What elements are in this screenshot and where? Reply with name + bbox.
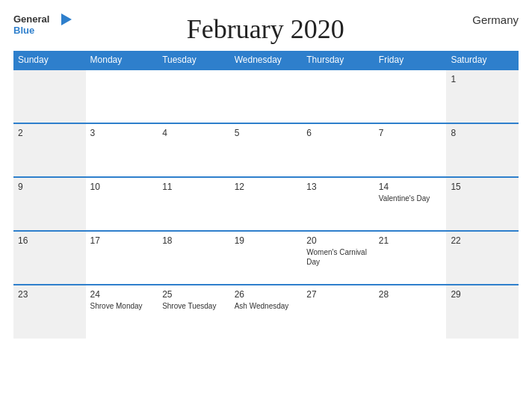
day-number: 11: [162, 182, 226, 192]
day-number: 21: [379, 235, 442, 246]
day-number: 17: [90, 235, 154, 246]
calendar-week-row: 1: [13, 69, 519, 123]
day-event: Shrove Tuesday: [162, 301, 226, 311]
day-number: 15: [451, 182, 514, 192]
calendar-day-cell: 26Ash Wednesday: [230, 285, 303, 339]
calendar-week-row: 1617181920Women's Carnival Day2122: [13, 231, 519, 285]
calendar-day-cell: 25Shrove Tuesday: [158, 285, 230, 339]
day-number: 4: [162, 128, 226, 138]
day-number: 29: [451, 289, 514, 300]
calendar-day-cell: 8: [446, 123, 519, 177]
weekday-header-row: Sunday Monday Tuesday Wednesday Thursday…: [13, 51, 519, 69]
calendar-day-cell: 29: [446, 285, 519, 339]
day-number: 1: [451, 74, 514, 84]
day-number: 18: [162, 235, 226, 246]
calendar-day-cell: 6: [302, 123, 374, 177]
col-sunday: Sunday: [13, 51, 86, 69]
calendar-day-cell: 3: [86, 123, 158, 177]
day-number: 12: [235, 182, 298, 192]
day-number: 10: [90, 182, 154, 192]
country-label: Germany: [459, 13, 519, 26]
calendar-day-cell: 24Shrove Monday: [86, 285, 158, 339]
day-number: 26: [235, 289, 298, 300]
calendar-week-row: 2324Shrove Monday25Shrove Tuesday26Ash W…: [13, 285, 519, 339]
calendar-day-cell: 14Valentine's Day: [374, 177, 447, 231]
calendar-day-cell: 10: [86, 177, 158, 231]
calendar-title-area: February 2020: [72, 13, 459, 45]
day-number: 16: [18, 235, 81, 246]
logo-flag-icon: [51, 13, 72, 25]
calendar-day-cell: 9: [13, 177, 86, 231]
calendar-day-cell: 21: [374, 231, 447, 285]
calendar-day-cell: 5: [230, 123, 303, 177]
calendar-day-cell: 13: [302, 177, 374, 231]
col-tuesday: Tuesday: [158, 51, 230, 69]
day-number: 8: [451, 128, 514, 138]
day-number: 13: [306, 182, 370, 192]
col-monday: Monday: [86, 51, 158, 69]
day-event: Women's Carnival Day: [306, 247, 370, 267]
calendar-page: General Blue February 2020 Germany Sunda…: [0, 0, 532, 411]
svg-marker-0: [61, 13, 72, 25]
calendar-week-row: 91011121314Valentine's Day15: [13, 177, 519, 231]
calendar-table: Sunday Monday Tuesday Wednesday Thursday…: [13, 51, 519, 339]
col-thursday: Thursday: [302, 51, 374, 69]
day-number: 3: [90, 128, 154, 138]
day-number: 20: [306, 235, 370, 246]
day-event: Ash Wednesday: [235, 301, 298, 311]
calendar-day-cell: 12: [230, 177, 303, 231]
calendar-day-cell: 17: [86, 231, 158, 285]
day-number: 6: [306, 128, 370, 138]
calendar-day-cell: [230, 69, 303, 123]
calendar-day-cell: 15: [446, 177, 519, 231]
calendar-header: Sunday Monday Tuesday Wednesday Thursday…: [13, 51, 519, 69]
day-event: Shrove Monday: [90, 301, 154, 311]
calendar-day-cell: 19: [230, 231, 303, 285]
day-number: 24: [90, 289, 154, 300]
calendar-day-cell: 2: [13, 123, 86, 177]
calendar-day-cell: 28: [374, 285, 447, 339]
day-number: 28: [379, 289, 442, 300]
calendar-day-cell: [158, 69, 230, 123]
calendar-day-cell: 1: [446, 69, 519, 123]
day-event: Valentine's Day: [379, 194, 442, 203]
calendar-day-cell: [302, 69, 374, 123]
calendar-day-cell: [374, 69, 447, 123]
calendar-day-cell: 23: [13, 285, 86, 339]
col-friday: Friday: [374, 51, 447, 69]
calendar-day-cell: 11: [158, 177, 230, 231]
col-wednesday: Wednesday: [230, 51, 303, 69]
calendar-day-cell: 27: [302, 285, 374, 339]
col-saturday: Saturday: [446, 51, 519, 69]
calendar-day-cell: 18: [158, 231, 230, 285]
calendar-day-cell: 20Women's Carnival Day: [302, 231, 374, 285]
calendar-day-cell: 16: [13, 231, 86, 285]
logo: General Blue: [13, 13, 72, 36]
day-number: 27: [306, 289, 370, 300]
calendar-day-cell: 7: [374, 123, 447, 177]
logo-general-text: General: [13, 14, 49, 25]
day-number: 23: [18, 289, 81, 300]
day-number: 9: [18, 182, 81, 192]
day-number: 14: [379, 182, 442, 192]
calendar-week-row: 2345678: [13, 123, 519, 177]
day-number: 5: [235, 128, 298, 138]
calendar-day-cell: [13, 69, 86, 123]
day-number: 25: [162, 289, 226, 300]
day-number: 22: [451, 235, 514, 246]
calendar-body: 1234567891011121314Valentine's Day151617…: [13, 69, 519, 339]
logo-blue-text: Blue: [13, 25, 34, 36]
calendar-title: February 2020: [72, 13, 459, 45]
day-number: 7: [379, 128, 442, 138]
calendar-day-cell: 22: [446, 231, 519, 285]
calendar-day-cell: [86, 69, 158, 123]
calendar-day-cell: 4: [158, 123, 230, 177]
header: General Blue February 2020 Germany: [13, 13, 519, 45]
day-number: 2: [18, 128, 81, 138]
day-number: 19: [235, 235, 298, 246]
